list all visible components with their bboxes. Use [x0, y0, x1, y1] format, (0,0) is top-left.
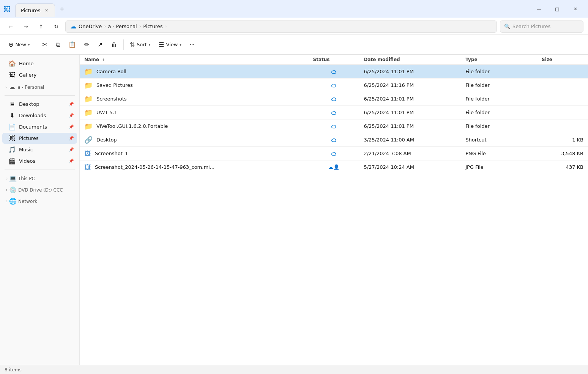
active-tab[interactable]: Pictures ✕ — [15, 3, 55, 17]
videos-icon: 🎬 — [8, 157, 16, 165]
table-row[interactable]: 📁 Saved Pictures 6/25/2024 11:16 PM File… — [80, 79, 588, 92]
refresh-button[interactable]: ↻ — [50, 20, 62, 33]
file-date-cell: 6/25/2024 11:01 PM — [359, 106, 461, 119]
thispc-expand[interactable]: › 💻 This PC — [2, 173, 77, 184]
column-header-status[interactable]: Status — [309, 55, 359, 65]
up-button[interactable]: ↑ — [35, 20, 47, 33]
breadcrumb-sep-1: › — [104, 24, 106, 29]
onedrive-expand[interactable]: › ☁ a - Personal — [2, 82, 77, 92]
file-size-cell — [537, 106, 588, 119]
file-size-cell: 1 KB — [537, 133, 588, 147]
downloads-pin-icon: 📌 — [69, 113, 74, 118]
share-button[interactable]: ↗ — [94, 38, 106, 52]
back-button[interactable]: ← — [5, 20, 17, 33]
maximize-button[interactable]: □ — [549, 3, 566, 15]
file-status-cell — [309, 79, 359, 92]
file-name-cell: 📁 Saved Pictures — [80, 79, 309, 92]
file-type-cell: Shortcut — [461, 133, 537, 147]
paste-button[interactable]: 📋 — [65, 38, 80, 52]
cut-button[interactable]: ✂ — [38, 38, 51, 52]
file-type-cell: File folder — [461, 106, 537, 119]
gallery-icon: 🖼 — [8, 71, 16, 79]
app-icon: 🖼 — [4, 5, 12, 13]
table-row[interactable]: 📁 ViVeTool.GUI.1.6.2.0.Portable 6/25/202… — [80, 119, 588, 133]
onedrive-sidebar-icon: ☁ — [8, 83, 16, 91]
toolbar-sep-2 — [123, 39, 124, 50]
column-header-type[interactable]: Type — [461, 55, 537, 65]
view-icon: ☰ — [159, 41, 164, 48]
file-size-cell: 3,548 KB — [537, 147, 588, 160]
table-row[interactable]: 🔗 Desktop 3/25/2024 11:00 AM Shortcut 1 … — [80, 133, 588, 147]
folder-icon: 📁 — [84, 108, 93, 116]
sidebar-item-downloads[interactable]: ⬇ Downloads 📌 — [2, 110, 77, 121]
tab-close-button[interactable]: ✕ — [43, 7, 49, 13]
column-header-size[interactable]: Size — [537, 55, 588, 65]
file-date-cell: 3/25/2024 11:00 AM — [359, 133, 461, 147]
column-header-date[interactable]: Date modified — [359, 55, 461, 65]
forward-button[interactable]: → — [20, 20, 32, 33]
dvd-expand[interactable]: › 💿 DVD Drive (D:) CCC — [2, 184, 77, 195]
cloud-icon — [331, 69, 337, 75]
new-button[interactable]: ⊕ New ▾ — [5, 38, 33, 52]
sidebar-gallery-label: Gallery — [19, 72, 74, 78]
delete-button[interactable]: 🗑 — [107, 38, 121, 52]
onedrive-expand-arrow: › — [5, 85, 7, 89]
sidebar-item-documents[interactable]: 📄 Documents 📌 — [2, 121, 77, 132]
sidebar-item-videos[interactable]: 🎬 Videos 📌 — [2, 156, 77, 167]
breadcrumb-onedrive[interactable]: OneDrive — [79, 24, 102, 29]
file-status-cell — [309, 106, 359, 119]
cut-icon: ✂ — [42, 41, 47, 48]
more-button[interactable]: ··· — [186, 38, 198, 52]
status-text: 8 items — [5, 367, 22, 372]
view-label: View — [166, 42, 178, 47]
sort-button[interactable]: ⇅ Sort ▾ — [126, 38, 154, 52]
tab-add-button[interactable]: + — [57, 4, 67, 14]
breadcrumb-pictures[interactable]: Pictures — [143, 24, 162, 29]
main-content: 🏠 Home 🖼 Gallery › ☁ a - Personal 🖥 Desk… — [0, 55, 588, 365]
view-button[interactable]: ☰ View ▾ — [155, 38, 185, 52]
close-button[interactable]: ✕ — [567, 3, 584, 15]
file-name-label: Camera Roll — [96, 69, 126, 74]
file-date-cell: 2/21/2024 7:08 AM — [359, 147, 461, 160]
breadcrumb-personal[interactable]: a - Personal — [108, 24, 137, 29]
file-type-cell: File folder — [461, 79, 537, 92]
new-label: New — [15, 42, 26, 47]
breadcrumb[interactable]: ☁ OneDrive › a - Personal › Pictures › — [65, 20, 497, 33]
table-row[interactable]: 📁 UWT 5.1 6/25/2024 11:01 PM File folder — [80, 106, 588, 119]
network-expand[interactable]: › 🌐 Network — [2, 196, 77, 207]
cloud-icon — [331, 110, 337, 116]
file-table: Name ↑ Status Date modified Type Size 📁 … — [80, 55, 588, 174]
window-controls: — □ ✕ — [530, 3, 584, 15]
desktop-pin-icon: 📌 — [69, 102, 74, 107]
copy-button[interactable]: ⧉ — [52, 38, 64, 52]
sidebar-divider-2 — [5, 170, 75, 170]
table-row[interactable]: 📁 Camera Roll 6/25/2024 11:01 PM File fo… — [80, 65, 588, 79]
search-placeholder: Search Pictures — [512, 24, 550, 29]
rename-button[interactable]: ✏ — [80, 38, 93, 52]
toolbar: ⊕ New ▾ ✂ ⧉ 📋 ✏ ↗ 🗑 ⇅ Sort ▾ ☰ View ▾ ··… — [0, 35, 588, 55]
sidebar-item-gallery[interactable]: 🖼 Gallery — [2, 69, 77, 80]
table-row[interactable]: 🖼 Screenshot_1 2/21/2024 7:08 AM PNG Fil… — [80, 147, 588, 160]
table-row[interactable]: 📁 Screenshots 6/25/2024 11:01 PM File fo… — [80, 92, 588, 106]
file-date-cell: 6/25/2024 11:01 PM — [359, 92, 461, 106]
new-icon: ⊕ — [8, 41, 13, 48]
file-status-cell — [309, 65, 359, 79]
sidebar-item-pictures[interactable]: 🖼 Pictures 📌 — [2, 133, 77, 144]
file-name-cell: 🔗 Desktop — [80, 133, 309, 147]
sort-label: Sort — [137, 42, 147, 47]
minimize-button[interactable]: — — [530, 3, 548, 15]
file-scroll[interactable]: Name ↑ Status Date modified Type Size 📁 … — [80, 55, 588, 365]
sidebar-item-desktop[interactable]: 🖥 Desktop 📌 — [2, 99, 77, 110]
sidebar-item-home[interactable]: 🏠 Home — [2, 58, 77, 69]
tab-label: Pictures — [21, 8, 40, 13]
search-box[interactable]: 🔍 Search Pictures — [500, 20, 583, 33]
address-bar: ← → ↑ ↻ ☁ OneDrive › a - Personal › Pict… — [0, 18, 588, 35]
table-row[interactable]: 🖼 Screenshot_2024-05-26-14-15-47-963_com… — [80, 160, 588, 174]
sidebar-item-music[interactable]: 🎵 Music 📌 — [2, 144, 77, 155]
file-name-cell: 🖼 Screenshot_1 — [80, 147, 309, 160]
file-status-cell — [309, 119, 359, 133]
sidebar-divider-1 — [5, 95, 75, 96]
column-header-name[interactable]: Name ↑ — [80, 55, 309, 65]
network-icon: 🌐 — [9, 198, 17, 205]
image-file-icon: 🖼 — [84, 163, 91, 171]
